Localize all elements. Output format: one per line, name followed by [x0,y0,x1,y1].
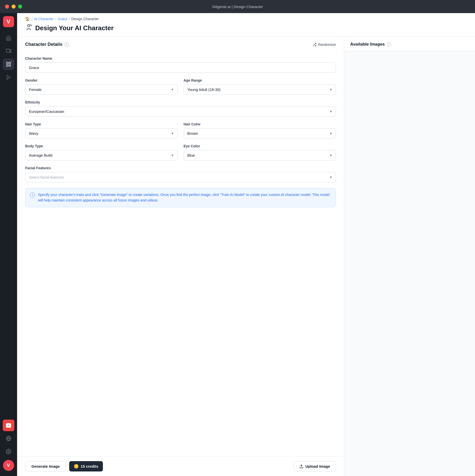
settings-icon [6,449,11,454]
gender-age-row: Gender Female Male Non-binary Other ▼ [25,78,336,95]
youtube-icon [6,423,11,428]
body-type-select-wrapper: Average Build Slim Athletic Curvy Plus S… [25,150,178,160]
minimize-button[interactable] [12,5,16,9]
breadcrumb-home-icon[interactable]: 🏠 [25,17,30,21]
ethnicity-select[interactable]: European/Caucasian African Asian Hispani… [25,106,336,117]
breadcrumb: 🏠 / AI Character / Grace / Design Charac… [25,17,467,21]
breadcrumb-sep-1: / [31,17,32,21]
video-icon [6,48,11,54]
section-title: Character Details [25,42,62,47]
ethnicity-select-wrapper: European/Caucasian African Asian Hispani… [25,106,336,117]
eye-color-select-wrapper: Blue Brown Green Hazel Gray ▼ [184,150,336,160]
character-name-label: Character Name [25,56,336,60]
scenes-icon [6,75,11,80]
hair-type-select[interactable]: Wavy Straight Curly Coily Bald [25,128,178,139]
age-range-group: Age Range Young Adult (18-30) Teen (13-1… [184,78,336,95]
sidebar-item-home[interactable] [3,32,14,44]
randomize-icon [312,43,316,47]
randomize-label: Randomize [318,43,336,47]
window-controls [5,5,22,9]
titlebar: Vidgenie.ai | Design Character [0,0,475,13]
body-type-select[interactable]: Average Build Slim Athletic Curvy Plus S… [25,150,178,160]
globe-icon [6,436,11,441]
svg-marker-1 [10,50,11,53]
eye-color-select[interactable]: Blue Brown Green Hazel Gray [184,150,336,160]
hair-type-group: Hair Type Wavy Straight Curly Coily Bald… [25,122,178,139]
breadcrumb-sep-3: / [69,17,70,21]
info-box: i Specify your character's traits and cl… [25,188,336,207]
right-panel: Available Images i [344,37,475,476]
breadcrumb-grace[interactable]: Grace [58,17,67,21]
sidebar-item-youtube[interactable] [3,420,14,431]
available-images-info-icon[interactable]: i [387,42,391,47]
age-range-select-wrapper: Young Adult (18-30) Teen (13-17) Adult (… [184,84,336,95]
ethnicity-group: Ethnicity European/Caucasian African Asi… [25,100,336,117]
character-badge [11,60,13,62]
page-title-row: Design Your AI Character [25,24,467,32]
svg-rect-2 [6,62,8,64]
right-panel-title: Available Images [350,42,385,47]
action-bar: Generate Image 🪙 15 credits Upload [17,456,344,476]
gender-label: Gender [25,78,178,82]
generate-image-button[interactable]: Generate Image [25,461,66,471]
sidebar-item-scenes[interactable] [3,72,14,83]
left-panel: Character Details i Randomize [17,37,344,476]
svg-rect-0 [6,49,10,52]
gender-group: Gender Female Male Non-binary Other ▼ [25,78,178,95]
breadcrumb-sep-2: / [55,17,56,21]
ethnicity-label: Ethnicity [25,100,336,104]
upload-image-button[interactable]: Upload Image [294,461,336,471]
sidebar-item-character[interactable] [3,58,14,70]
facial-features-select[interactable]: Select facial features Freckles Dimples … [25,172,336,182]
credits-label: 15 credits [81,464,98,468]
character-icon [6,61,11,67]
svg-rect-5 [6,65,8,66]
svg-point-9 [8,451,9,452]
maximize-button[interactable] [18,5,22,9]
action-bar-right: Upload Image [294,461,336,471]
home-icon [6,35,11,41]
sidebar-bottom: V [3,420,14,473]
breadcrumb-ai-character[interactable]: AI Character [34,17,54,21]
hair-color-group: Hair Color Brown Black Blonde Red Gray W… [184,122,336,139]
character-details-info-icon[interactable]: i [64,42,69,47]
top-header: 🏠 / AI Character / Grace / Design Charac… [17,13,475,37]
eye-color-label: Eye Color [184,144,336,148]
facial-features-label: Facial Features [25,166,336,170]
sidebar: V [0,13,17,476]
credits-button[interactable]: 🪙 15 credits [69,461,103,471]
app-body: V [0,13,475,476]
hair-row: Hair Type Wavy Straight Curly Coily Bald… [25,122,336,139]
svg-marker-6 [7,75,10,80]
section-header: Character Details i Randomize [17,37,344,51]
user-avatar[interactable]: V [3,460,14,471]
info-box-icon: i [30,192,35,197]
gender-select[interactable]: Female Male Non-binary Other [25,84,178,95]
hair-color-select-wrapper: Brown Black Blonde Red Gray White ▼ [184,128,336,139]
randomize-button[interactable]: Randomize [312,43,336,47]
sidebar-item-settings[interactable] [3,446,14,457]
body-eye-row: Body Type Average Build Slim Athletic Cu… [25,144,336,160]
hair-color-select[interactable]: Brown Black Blonde Red Gray White [184,128,336,139]
body-type-group: Body Type Average Build Slim Athletic Cu… [25,144,178,160]
svg-rect-4 [9,65,10,66]
sidebar-logo[interactable]: V [3,16,14,27]
character-name-input[interactable] [25,62,336,73]
close-button[interactable] [5,5,9,9]
svg-point-10 [27,25,30,27]
right-panel-header: Available Images i [344,37,475,51]
upload-label: Upload Image [305,464,330,468]
hair-color-label: Hair Color [184,122,336,126]
main-area: 🏠 / AI Character / Grace / Design Charac… [17,13,475,476]
titlebar-title: Vidgenie.ai | Design Character [212,5,263,9]
info-box-text: Specify your character's traits and clic… [38,192,331,203]
hair-type-select-wrapper: Wavy Straight Curly Coily Bald ▼ [25,128,178,139]
age-range-label: Age Range [184,78,336,82]
character-name-group: Character Name [25,56,336,73]
sidebar-item-globe[interactable] [3,433,14,444]
right-panel-content [344,51,475,476]
age-range-select[interactable]: Young Adult (18-30) Teen (13-17) Adult (… [184,84,336,95]
sidebar-item-video[interactable] [3,45,14,57]
section-title-row: Character Details i [25,42,69,47]
eye-color-group: Eye Color Blue Brown Green Hazel Gray ▼ [184,144,336,160]
